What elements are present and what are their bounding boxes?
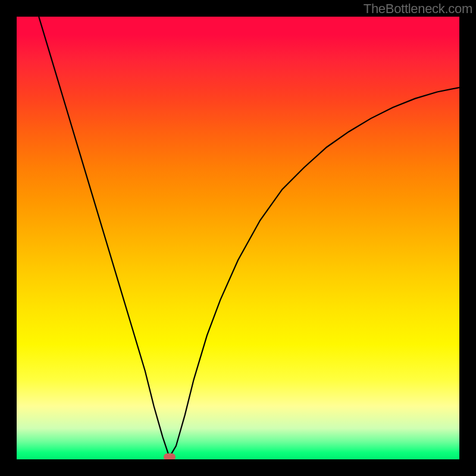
curve-svg — [17, 17, 459, 459]
optimum-marker — [164, 453, 176, 459]
outer-frame: TheBottleneck.com — [0, 0, 476, 476]
plot-area — [17, 17, 459, 459]
watermark-text: TheBottleneck.com — [364, 1, 472, 17]
bottleneck-curve — [39, 17, 459, 457]
